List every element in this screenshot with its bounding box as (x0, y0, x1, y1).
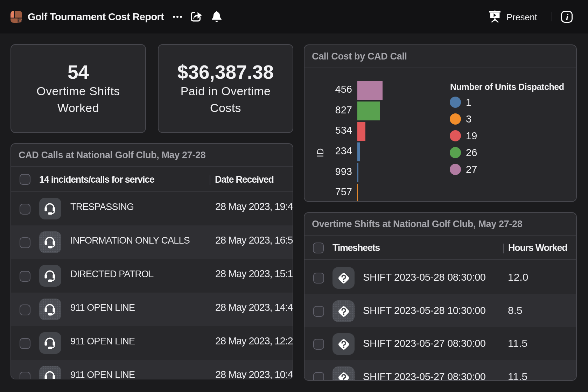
svg-text:i: i (566, 12, 568, 22)
